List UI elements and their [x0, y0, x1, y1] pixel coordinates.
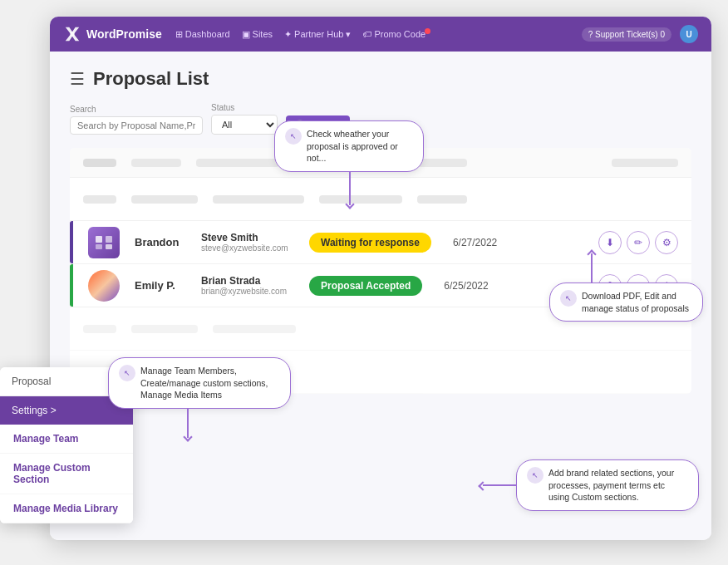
site-logo-1: [88, 227, 120, 258]
download-edit-text: Download PDF, Edit and manage status of …: [582, 290, 692, 314]
edit-btn-1[interactable]: ✏: [627, 231, 650, 254]
top-nav: WordPromise ⊞ Dashboard ▣ Sites ✦ Partne…: [50, 17, 711, 52]
nav-right: ? Support Ticket(s) 0 U: [582, 25, 698, 43]
page-title-row: ☰ Proposal List: [70, 68, 691, 90]
ph-2: [131, 195, 198, 204]
col-placeholder-5: [417, 159, 467, 167]
search-group: Search: [70, 105, 203, 135]
nav-promo-code[interactable]: 🏷 Promo Code: [362, 29, 434, 39]
svg-rect-3: [96, 244, 102, 249]
ph-1: [83, 195, 116, 204]
nav-dashboard[interactable]: ⊞ Dashboard: [175, 29, 230, 40]
nav-items: ⊞ Dashboard ▣ Sites ✦ Partner Hub ▾ 🏷 Pr…: [175, 29, 568, 40]
date-2: 6/25/2022: [444, 280, 502, 292]
contact-name-1: Steve Smith: [201, 232, 301, 243]
support-button[interactable]: ? Support Ticket(s) 0: [582, 27, 671, 42]
status-badge-1: Waiting for response: [309, 233, 431, 253]
col-placeholder-6: [612, 159, 678, 167]
screenshot-wrapper: WordPromise ⊞ Dashboard ▣ Sites ✦ Partne…: [0, 0, 728, 565]
logo-text: WordPromise: [86, 27, 162, 41]
nav-partner-hub[interactable]: ✦ Partner Hub ▾: [284, 29, 351, 40]
status-label: Status: [211, 103, 278, 112]
col-placeholder-2: [131, 159, 181, 167]
contact-email-2: brian@xyzwebsite.com: [201, 287, 301, 296]
svg-rect-2: [106, 236, 112, 243]
tooltip3-arrowhead: [183, 432, 192, 441]
svg-rect-4: [106, 244, 112, 249]
date-1: 6/27/2022: [453, 237, 511, 248]
contact-email-1: steve@xyzwebsite.com: [201, 243, 301, 253]
sites-icon: ▣: [242, 29, 250, 40]
manage-items-tooltip: ↖ Manage Team Members, Create/manage cus…: [108, 357, 291, 440]
row-accent-1: [70, 221, 73, 263]
status-badge-2: Proposal Accepted: [309, 276, 422, 296]
col-placeholder-3: [196, 159, 279, 167]
promo-notification-dot: [425, 28, 430, 34]
tooltip1-arrowhead: [345, 199, 354, 209]
contact-info-1: Steve Smith steve@xyzwebsite.com: [201, 232, 301, 253]
settings-btn-1[interactable]: ⚙: [655, 231, 678, 254]
dashboard-grid-icon: ⊞: [175, 29, 183, 40]
manage-custom-section-item[interactable]: Manage Custom Section: [0, 454, 133, 494]
tooltip2-pointer-icon: ↖: [560, 290, 577, 307]
ph-a: [83, 325, 116, 333]
question-icon: ?: [588, 30, 593, 39]
promo-tag-icon: 🏷: [362, 29, 371, 39]
contact-name-2: Brian Strada: [201, 275, 301, 287]
owner-name-2: Emily P.: [135, 279, 193, 292]
list-menu-icon: ☰: [70, 69, 85, 89]
tooltip4-pointer-icon: ↖: [527, 467, 544, 484]
ph-b: [131, 325, 198, 333]
add-brand-tooltip: ↖ Add brand related sections, your proce…: [516, 459, 699, 511]
row-actions-1: ⬇ ✏ ⚙: [598, 231, 678, 254]
download-edit-tooltip: ↖ Download PDF, Edit and manage status o…: [549, 282, 703, 322]
site-logo-2: [88, 270, 120, 302]
page-title: Proposal List: [93, 68, 209, 90]
proposal-row-1: Brandon Steve Smith steve@xyzwebsite.com…: [70, 221, 691, 264]
contact-info-2: Brian Strada brian@xyzwebsite.com: [201, 275, 301, 296]
user-avatar[interactable]: U: [680, 25, 698, 43]
manage-media-library-item[interactable]: Manage Media Library: [0, 494, 133, 523]
tooltip3-pointer-icon: ↖: [119, 365, 135, 381]
col-placeholder-1: [83, 159, 116, 167]
check-proposal-text: Check wheather your proposal is approved…: [307, 128, 413, 165]
search-input[interactable]: [70, 116, 203, 135]
ph-c: [213, 325, 296, 333]
download-btn-1[interactable]: ⬇: [598, 231, 622, 254]
status-group: Status All: [211, 103, 278, 135]
logo-area: WordPromise: [63, 25, 162, 43]
status-select[interactable]: All: [211, 115, 278, 135]
search-label: Search: [70, 105, 203, 114]
partner-chevron-icon: ▾: [346, 29, 351, 40]
tooltip1-pointer-icon: ↖: [285, 128, 302, 145]
manage-items-text: Manage Team Members, Create/manage custo…: [140, 365, 280, 401]
svg-rect-1: [96, 236, 102, 243]
nav-sites[interactable]: ▣ Sites: [242, 29, 273, 40]
check-proposal-tooltip: ↖ Check wheather your proposal is approv…: [274, 120, 424, 208]
add-brand-text: Add brand related sections, your process…: [548, 467, 688, 504]
owner-name-1: Brandon: [135, 236, 193, 248]
wordpromise-logo-icon: [63, 25, 81, 43]
svg-point-0: [70, 32, 75, 37]
ph-5: [417, 195, 467, 204]
partner-icon: ✦: [284, 29, 292, 40]
row-accent-2: [70, 264, 73, 307]
